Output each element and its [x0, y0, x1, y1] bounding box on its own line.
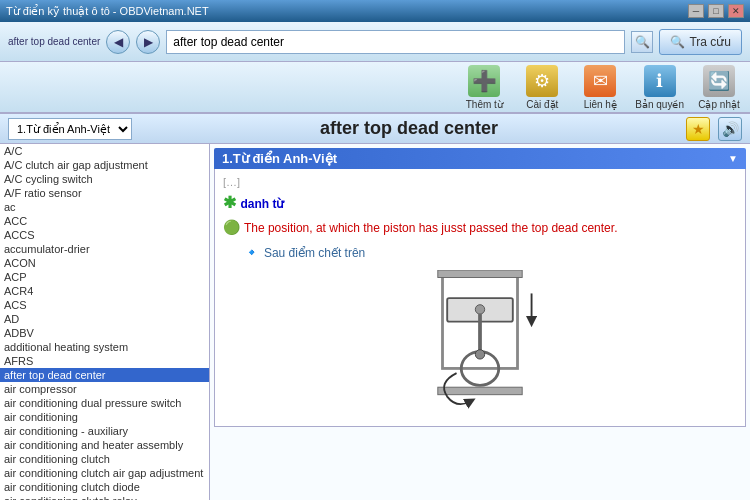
dict-result-header: 1.Từ điển Anh-Việt ▼ [214, 148, 746, 169]
update-icon: 🔄 [703, 65, 735, 97]
add-word-icon: ➕ [468, 65, 500, 97]
green-circle-icon: 🟢 [223, 219, 244, 235]
word-list-item[interactable]: A/C cycling switch [0, 172, 209, 186]
search-glass-button[interactable]: 🔍 [631, 31, 653, 53]
svg-rect-8 [438, 270, 522, 278]
word-list-item[interactable]: air conditioning - auxiliary [0, 424, 209, 438]
svg-rect-6 [438, 387, 522, 395]
search-bar: after top dead center ◀ ▶ 🔍 🔍 Tra cứu [0, 22, 750, 62]
part-of-speech: ✱ danh từ [223, 193, 737, 212]
current-word-title: after top dead center [140, 118, 678, 139]
star-button[interactable]: ★ [686, 117, 710, 141]
forward-icon: ▶ [144, 35, 153, 49]
search-label: after top dead center [8, 36, 100, 47]
word-list-item[interactable]: air conditioning [0, 410, 209, 424]
word-list-item[interactable]: AFRS [0, 354, 209, 368]
close-button[interactable]: ✕ [728, 4, 744, 18]
copyright-label: Bản quyền [635, 99, 684, 110]
copyright-toolbar-item[interactable]: ℹ Bản quyền [635, 65, 684, 110]
word-list[interactable]: A/CA/C clutch air gap adjustmentA/C cycl… [0, 144, 210, 500]
piston-svg [380, 270, 580, 420]
word-list-item[interactable]: ACP [0, 270, 209, 284]
green-dot-icon: ✱ [223, 194, 240, 211]
maximize-button[interactable]: □ [708, 4, 724, 18]
bracket-icon: […] [223, 176, 240, 188]
definition-english: 🟢 The position, at which the piston has … [223, 218, 737, 238]
contact-icon: ✉ [584, 65, 616, 97]
contact-label: Liên hệ [584, 99, 617, 110]
word-list-item[interactable]: air conditioning clutch air gap adjustme… [0, 466, 209, 480]
add-word-toolbar-item[interactable]: ➕ Thêm từ [461, 65, 507, 110]
back-button[interactable]: ◀ [106, 30, 130, 54]
search-button[interactable]: 🔍 Tra cứu [659, 29, 742, 55]
star-icon: ★ [692, 121, 705, 137]
word-list-item[interactable]: air conditioning dual pressure switch [0, 396, 209, 410]
settings-toolbar-item[interactable]: ⚙ Cài đặt [519, 65, 565, 110]
dict-selector-bar: 1.Từ điển Anh-Việt 2.Từ điển Việt-Anh 3.… [0, 114, 750, 144]
word-list-item[interactable]: ACS [0, 298, 209, 312]
speaker-icon: 🔊 [722, 121, 739, 137]
content-body: […] ✱ danh từ 🟢 The position, at which t… [214, 169, 746, 427]
search-btn-label: Tra cứu [689, 35, 731, 49]
search-input[interactable] [166, 30, 625, 54]
definition-vi-text: Sau điểm chết trên [264, 246, 365, 260]
blue-dot-icon: 🔹 [243, 244, 264, 260]
word-list-item[interactable]: ac [0, 200, 209, 214]
word-list-item[interactable]: air conditioning clutch [0, 452, 209, 466]
word-list-item[interactable]: ACR4 [0, 284, 209, 298]
toolbar: ➕ Thêm từ ⚙ Cài đặt ✉ Liên hệ ℹ Bản quyề… [0, 62, 750, 114]
piston-diagram [223, 270, 737, 420]
definition-vietnamese: 🔹 Sau điểm chết trên [243, 244, 737, 260]
window-title: Từ điển kỹ thuật ô tô - OBDVietnam.NET [6, 5, 209, 18]
content-area: 1.Từ điển Anh-Việt ▼ […] ✱ danh từ 🟢 The… [210, 144, 750, 500]
word-list-item[interactable]: ADBV [0, 326, 209, 340]
settings-icon: ⚙ [526, 65, 558, 97]
settings-label: Cài đặt [526, 99, 558, 110]
word-list-item[interactable]: ACC [0, 214, 209, 228]
word-list-item[interactable]: A/C [0, 144, 209, 158]
definition-en-text: The position, at which the piston has ju… [244, 221, 618, 235]
brackets-row: […] [223, 175, 737, 189]
back-icon: ◀ [114, 35, 123, 49]
word-list-item[interactable]: accumulator-drier [0, 242, 209, 256]
update-label: Cập nhật [698, 99, 739, 110]
dict-select[interactable]: 1.Từ điển Anh-Việt 2.Từ điển Việt-Anh 3.… [8, 118, 132, 140]
search-glass-icon: 🔍 [635, 35, 650, 49]
word-list-item[interactable]: additional heating system [0, 340, 209, 354]
window-controls: ─ □ ✕ [688, 4, 744, 18]
word-list-item[interactable]: AD [0, 312, 209, 326]
word-list-item[interactable]: ACCS [0, 228, 209, 242]
dict-header-label: 1.Từ điển Anh-Việt [222, 151, 337, 166]
update-toolbar-item[interactable]: 🔄 Cập nhật [696, 65, 742, 110]
chevron-down-icon: ▼ [728, 153, 738, 164]
search-btn-icon: 🔍 [670, 35, 685, 49]
word-list-item[interactable]: after top dead center [0, 368, 209, 382]
forward-button[interactable]: ▶ [136, 30, 160, 54]
word-list-item[interactable]: air compressor [0, 382, 209, 396]
word-list-item[interactable]: ACON [0, 256, 209, 270]
word-list-item[interactable]: A/F ratio sensor [0, 186, 209, 200]
word-list-item[interactable]: air conditioning clutch relay [0, 494, 209, 500]
word-list-item[interactable]: air conditioning and heater assembly [0, 438, 209, 452]
title-bar: Từ điển kỹ thuật ô tô - OBDVietnam.NET ─… [0, 0, 750, 22]
svg-point-5 [475, 349, 484, 358]
word-list-item[interactable]: air conditioning clutch diode [0, 480, 209, 494]
copyright-icon: ℹ [644, 65, 676, 97]
minimize-button[interactable]: ─ [688, 4, 704, 18]
add-word-label: Thêm từ [466, 99, 503, 110]
pos-label: danh từ [240, 197, 284, 211]
svg-point-2 [475, 304, 484, 313]
speaker-button[interactable]: 🔊 [718, 117, 742, 141]
contact-toolbar-item[interactable]: ✉ Liên hệ [577, 65, 623, 110]
main-area: A/CA/C clutch air gap adjustmentA/C cycl… [0, 144, 750, 500]
word-list-item[interactable]: A/C clutch air gap adjustment [0, 158, 209, 172]
